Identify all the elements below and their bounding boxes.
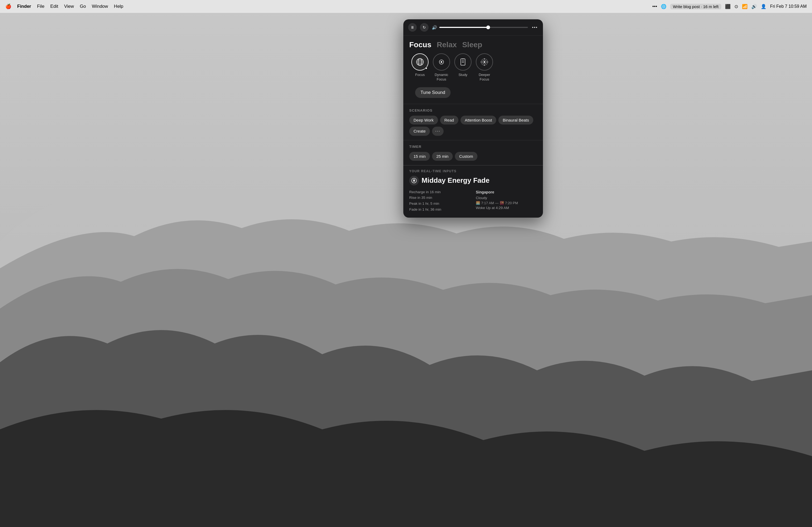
weather: Cloudy [476, 195, 537, 201]
volume-speaker-icon: 🔊 [432, 25, 437, 30]
info-grid: Recharge in 16 min Rise in 35 min Peak i… [409, 189, 537, 212]
sunrise-icon: 🌅 [476, 201, 480, 205]
menubar-right: ••• 🌐 Write blog post · 16 m left ⬛ ⊙ 📶 … [652, 4, 807, 10]
view-menu[interactable]: View [64, 4, 74, 9]
mode-tabs: Focus Relax Sleep [403, 36, 543, 52]
chip-read[interactable]: Read [440, 116, 458, 124]
sunset-icon: 🌇 [500, 201, 504, 205]
timer-label: TIMER [409, 145, 537, 149]
go-menu[interactable]: Go [80, 4, 86, 9]
screen-record-icon: ⊙ [735, 4, 738, 10]
sunset-time: 7:20 PM [505, 201, 518, 205]
pause-icon: ⏸ [410, 25, 414, 30]
tab-relax[interactable]: Relax [437, 41, 462, 49]
focus-icon-circle [411, 54, 429, 71]
chip-deep-work[interactable]: Deep Work [409, 116, 438, 124]
dynamic-icon-circle [433, 54, 450, 71]
timer-chips: 15 min 25 min Custom [409, 152, 537, 161]
sound-icon-dynamic[interactable]: DynamicFocus [431, 54, 452, 82]
sunrise-time: 7:17 AM [481, 201, 494, 205]
scenarios-label: SCENARIOS [409, 108, 537, 112]
dynamic-focus-label: DynamicFocus [435, 73, 448, 82]
study-label: Study [458, 73, 467, 77]
chip-attention-boost[interactable]: Attention Boost [461, 116, 496, 124]
tune-sound-button[interactable]: Tune Sound [415, 87, 451, 98]
fade-time: Fade in 1 hr, 36 min [409, 207, 470, 212]
volume-control: 🔊 [432, 25, 528, 30]
energy-title: Midday Energy Fade [422, 176, 490, 185]
tab-sleep[interactable]: Sleep [462, 41, 488, 49]
panel-header: ⏸ ↻ 🔊 [403, 19, 543, 36]
chip-15min[interactable]: 15 min [409, 152, 430, 161]
window-menu[interactable]: Window [92, 4, 108, 9]
chip-create[interactable]: Create [409, 127, 430, 136]
peak-time: Peak in 1 hr, 5 min [409, 201, 470, 207]
sound-icon-deeper[interactable]: DeeperFocus [474, 54, 495, 82]
chip-more[interactable]: ··· [432, 127, 444, 136]
globe-icon: 🌐 [661, 4, 666, 10]
task-indicator[interactable]: Write blog post · 16 m left [670, 4, 721, 10]
svg-point-12 [483, 61, 485, 63]
app-panel: ⏸ ↻ 🔊 Focus Relax Sleep [403, 19, 543, 217]
deeper-icon-circle [476, 54, 493, 71]
svg-point-7 [441, 61, 442, 63]
dot-3 [536, 27, 537, 28]
volume-fill [439, 27, 488, 28]
desktop: 🍎 Finder File Edit View Go Window Help •… [0, 0, 812, 527]
volume-slider[interactable] [439, 27, 528, 28]
apple-menu[interactable]: 🍎 [5, 3, 11, 10]
study-icon-circle [454, 54, 472, 71]
sound-icon-focus[interactable]: Focus [409, 54, 431, 82]
finder-menu[interactable]: Finder [17, 4, 31, 9]
chip-binaural-beats[interactable]: Binaural Beats [498, 116, 533, 124]
pause-button[interactable]: ⏸ [408, 23, 417, 32]
location-details: Singapore Cloudy 🌅 7:17 AM — 🌇 7:20 PM W… [476, 189, 537, 212]
menubar-left: 🍎 Finder File Edit View Go Window Help [5, 3, 652, 10]
scenarios-section: SCENARIOS Deep Work Read Attention Boost… [403, 104, 543, 140]
menubar: 🍎 Finder File Edit View Go Window Help •… [0, 0, 812, 13]
energy-row: Midday Energy Fade [409, 176, 537, 185]
ellipsis-icon: ••• [652, 4, 657, 9]
chip-custom[interactable]: Custom [455, 152, 477, 161]
scenarios-chips: Deep Work Read Attention Boost Binaural … [409, 116, 537, 136]
dot-2 [534, 27, 535, 28]
cast-icon: ⬛ [725, 4, 731, 10]
deeper-focus-label: DeeperFocus [479, 73, 490, 82]
edit-menu[interactable]: Edit [50, 4, 58, 9]
sun-times: 🌅 7:17 AM — 🌇 7:20 PM [476, 201, 537, 205]
sound-icon-study[interactable]: Study [452, 54, 474, 82]
focus-label: Focus [415, 73, 424, 77]
sound-icons-row: Focus DynamicFocus [403, 52, 543, 86]
chip-25min[interactable]: 25 min [432, 152, 453, 161]
svg-point-18 [414, 180, 415, 181]
volume-thumb [486, 26, 490, 29]
rise-time: Rise in 35 min [409, 195, 470, 201]
user-icon: 👤 [761, 4, 766, 10]
refresh-icon: ↻ [423, 25, 426, 30]
realtime-label: YOUR REAL-TIME INPUTS [409, 169, 537, 173]
file-menu[interactable]: File [37, 4, 44, 9]
dash: — [495, 201, 499, 205]
location: Singapore [476, 189, 537, 195]
help-menu[interactable]: Help [114, 4, 123, 9]
woke-up: Woke Up at 4:29 AM [476, 205, 537, 211]
realtime-section: YOUR REAL-TIME INPUTS Midday Energy Fade… [403, 165, 543, 217]
volume-icon: 🔊 [751, 4, 757, 10]
refresh-button[interactable]: ↻ [420, 23, 429, 32]
timer-section: TIMER 15 min 25 min Custom [403, 140, 543, 165]
more-button[interactable] [531, 26, 538, 29]
active-indicator [425, 67, 427, 70]
date-time: Fri Feb 7 10:59 AM [770, 4, 807, 9]
wifi-icon: 📶 [742, 4, 748, 10]
energy-details: Recharge in 16 min Rise in 35 min Peak i… [409, 189, 470, 212]
energy-icon [409, 176, 419, 185]
recharge-time: Recharge in 16 min [409, 189, 470, 195]
tab-focus[interactable]: Focus [409, 41, 437, 49]
dot-1 [532, 27, 533, 28]
